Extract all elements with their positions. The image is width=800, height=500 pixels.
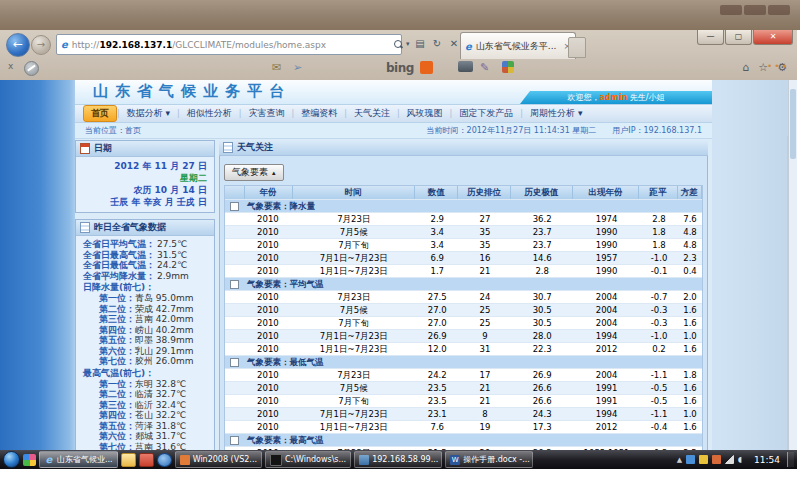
nav-item-5[interactable]: 天气关注 (347, 106, 397, 121)
blocked-icon[interactable] (24, 61, 39, 76)
compatibility-view-icon[interactable]: ▤ (414, 38, 427, 49)
table-row[interactable]: 20107月下旬23.52126.61991-0.51.6 (225, 395, 702, 408)
tray-app-icon-1[interactable] (686, 455, 695, 464)
tray-app-icon-2[interactable] (699, 455, 708, 464)
maximize-button[interactable]: ▢ (725, 30, 752, 45)
table-row[interactable]: 20101月1日~7月23日12.03122.320120.21.6 (225, 343, 702, 356)
cell: 35 (459, 239, 511, 251)
table-row[interactable]: 20107月下旬27.02530.52004-0.31.6 (225, 317, 702, 330)
nav-item-6[interactable]: 风玫瑰图 (400, 106, 450, 121)
taskbar-window-button-0[interactable]: Win2008 (VS2... (175, 451, 262, 468)
browser-scrollbar[interactable] (788, 80, 797, 452)
camera-icon[interactable] (458, 61, 473, 72)
nav-item-8[interactable]: 周期性分析 ▾ (523, 106, 589, 121)
rank-label: 第六位： (99, 346, 135, 357)
rank-station-value[interactable]: 崂山 40.2mm (135, 325, 193, 336)
nav-item-1[interactable]: 数据分析 ▾ (120, 106, 177, 121)
nav-item-2[interactable]: 相似性分析 (180, 106, 239, 121)
group-checkbox[interactable] (230, 202, 239, 211)
highlighter-icon[interactable]: ✎ (480, 61, 489, 74)
stop-icon[interactable]: ✕ (448, 38, 461, 49)
table-row[interactable]: 20107月1日~7月23日6.91614.61957-1.02.3 (225, 252, 702, 265)
minimize-button[interactable]: — (697, 30, 724, 45)
send-icon[interactable]: ➢ (293, 61, 302, 74)
rank-station-value[interactable]: 青岛 95.0mm (135, 293, 193, 304)
cell: 2010 (244, 239, 292, 251)
nav-item-0[interactable]: 首页 (83, 105, 117, 122)
table-row[interactable]: 20107月23日2.92736.219742.87.6 (225, 213, 702, 226)
group-row-2[interactable]: 气象要素：最低气温 (225, 356, 702, 369)
nav-item-7[interactable]: 固定下发产品 (452, 106, 520, 121)
group-row-3[interactable]: 气象要素：最高气温 (225, 434, 702, 447)
table-row[interactable]: 20107月1日~7月23日26.9928.01994-1.01.0 (225, 330, 702, 343)
group-row-0[interactable]: 气象要素：降水量 (225, 200, 702, 213)
rank-label: 第三位： (99, 400, 135, 411)
element-filter-button[interactable]: 气象要素 ▴ (224, 164, 284, 181)
rank-station-value[interactable]: 莒南 42.0mm (135, 314, 193, 325)
back-button[interactable]: ← (6, 33, 30, 57)
new-tab-button[interactable] (568, 37, 586, 58)
taskbar-window-button-3[interactable]: W操作手册.docx -... (445, 451, 533, 468)
quick-launch-icon[interactable] (23, 454, 36, 466)
search-icon[interactable] (394, 40, 402, 48)
table-row[interactable]: 20107月1日~7月23日23.1824.31994-1.11.0 (225, 408, 702, 421)
group-checkbox[interactable] (230, 358, 239, 367)
tray-app-icon-3[interactable] (712, 455, 721, 464)
bing-search-icon[interactable] (420, 61, 433, 74)
rank-station-value[interactable]: 苍山 32.2℃ (135, 410, 186, 421)
close-button[interactable]: ✕ (753, 30, 793, 45)
show-desktop-button[interactable] (787, 452, 794, 467)
address-bar[interactable]: e http://192.168.137.1/GLCCLIMATE/module… (56, 34, 402, 55)
taskbar-window-button-2[interactable]: 192.168.58.99... (354, 451, 442, 468)
tray-expand-icon[interactable]: ▲ (677, 456, 682, 464)
rank-station-value[interactable]: 乳山 29.1mm (135, 346, 193, 357)
group-checkbox[interactable] (230, 436, 239, 445)
rank-station-value[interactable]: 胶州 26.0mm (135, 356, 193, 367)
mail-icon[interactable]: ✉ (272, 61, 281, 74)
bing-logo[interactable]: bing (386, 61, 414, 75)
taskbar-window-button-1[interactable]: C:\Windows\s... (265, 451, 351, 468)
search-dropdown-icon[interactable]: ▾ (406, 40, 410, 48)
forward-button[interactable]: → (31, 35, 51, 55)
rank-station-value[interactable]: 即墨 38.9mm (135, 335, 193, 346)
rank-station-value[interactable]: 菏泽 31.8℃ (135, 421, 186, 432)
table-row[interactable]: 20107月5候3.43523.719901.84.8 (225, 226, 702, 239)
cell: 2010 (244, 382, 292, 394)
browser-tab[interactable]: e 山东省气候业务平... × (460, 32, 576, 59)
browser-scrollbar-thumb[interactable] (790, 89, 796, 159)
network-icon[interactable] (725, 455, 734, 464)
cell: 26.9 (416, 330, 459, 342)
toolbar-more-icon[interactable]: ••• (767, 61, 789, 71)
table-row[interactable]: 20107月23日27.52430.72004-0.72.0 (225, 291, 702, 304)
group-checkbox[interactable] (230, 280, 239, 289)
rank-station-value[interactable]: 临清 32.7℃ (135, 389, 186, 400)
nav-item-4[interactable]: 整编资料 (294, 106, 344, 121)
refresh-icon[interactable]: ↻ (431, 38, 444, 49)
rank-item: 第三位：临沂 32.4℃ (83, 400, 207, 411)
taskbar-ie-button[interactable]: e 山东省气候业... (39, 451, 118, 468)
main-panel-header: 天气关注 (219, 140, 708, 156)
group-row-1[interactable]: 气象要素：平均气温 (225, 278, 702, 291)
taskbar-clock[interactable]: 11:54 (754, 455, 780, 465)
table-row[interactable]: 20107月5候23.52126.61991-0.51.6 (225, 382, 702, 395)
player-app-icon[interactable] (157, 453, 172, 467)
nav-item-3[interactable]: 灾害查询 (242, 106, 292, 121)
rank-station-value[interactable]: 郯城 31.7℃ (135, 431, 186, 442)
cell: 7月23日 (292, 291, 416, 303)
media-app-icon[interactable] (139, 453, 154, 467)
start-button[interactable] (3, 451, 20, 468)
cell: 2.8 (640, 213, 678, 225)
rank-station-value[interactable]: 荣成 42.7mm (135, 304, 193, 315)
volume-icon[interactable]: ◖ (738, 455, 747, 464)
share-icon[interactable] (502, 61, 514, 73)
table-row[interactable]: 20107月下旬3.43523.719901.84.8 (225, 239, 702, 252)
table-row[interactable]: 20107月5候27.02530.52004-0.31.6 (225, 304, 702, 317)
rank-station-value[interactable]: 临沂 32.4℃ (135, 400, 186, 411)
cell: 2010 (244, 291, 292, 303)
table-row[interactable]: 20107月23日24.21726.92004-1.11.8 (225, 369, 702, 382)
toolbar-close-icon[interactable]: x (8, 61, 13, 71)
rank-station-value[interactable]: 东明 32.8℃ (135, 379, 186, 390)
explorer-folder-icon[interactable] (121, 453, 136, 467)
table-row[interactable]: 20101月1日~7月23日7.61917.32012-0.41.6 (225, 421, 702, 434)
table-row[interactable]: 20101月1日~7月23日1.7212.81990-0.10.4 (225, 265, 702, 278)
